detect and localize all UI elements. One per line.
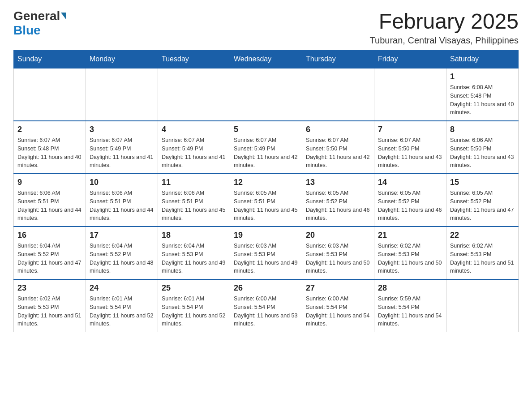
- day-number: 20: [306, 231, 370, 240]
- calendar-cell: 27Sunrise: 6:00 AMSunset: 5:54 PMDayligh…: [302, 279, 374, 332]
- day-number: 2: [17, 125, 82, 134]
- weekday-header-friday: Friday: [374, 51, 446, 68]
- calendar-week-1: 1Sunrise: 6:08 AMSunset: 5:48 PMDaylight…: [14, 68, 519, 121]
- day-info: Sunrise: 6:06 AMSunset: 5:50 PMDaylight:…: [450, 136, 515, 170]
- day-info: Sunrise: 6:03 AMSunset: 5:53 PMDaylight:…: [306, 242, 370, 275]
- day-number: 12: [234, 178, 298, 187]
- calendar-cell: 7Sunrise: 6:07 AMSunset: 5:50 PMDaylight…: [374, 121, 446, 174]
- day-info: Sunrise: 6:07 AMSunset: 5:50 PMDaylight:…: [306, 136, 370, 170]
- day-info: Sunrise: 6:02 AMSunset: 5:53 PMDaylight:…: [450, 242, 515, 275]
- weekday-header-monday: Monday: [86, 51, 158, 68]
- day-number: 11: [162, 178, 226, 187]
- day-info: Sunrise: 6:07 AMSunset: 5:48 PMDaylight:…: [17, 136, 82, 170]
- calendar-cell: 9Sunrise: 6:06 AMSunset: 5:51 PMDaylight…: [14, 174, 86, 227]
- weekday-header-saturday: Saturday: [446, 51, 519, 68]
- calendar-cell: 13Sunrise: 6:05 AMSunset: 5:52 PMDayligh…: [302, 174, 374, 227]
- day-info: Sunrise: 6:07 AMSunset: 5:49 PMDaylight:…: [162, 136, 226, 170]
- calendar-body: 1Sunrise: 6:08 AMSunset: 5:48 PMDaylight…: [14, 68, 519, 332]
- page-header: General Blue February 2025 Tuburan, Cent…: [13, 9, 519, 46]
- calendar-cell: 24Sunrise: 6:01 AMSunset: 5:54 PMDayligh…: [86, 279, 158, 332]
- day-info: Sunrise: 6:00 AMSunset: 5:54 PMDaylight:…: [306, 295, 370, 328]
- weekday-header-thursday: Thursday: [302, 51, 374, 68]
- day-info: Sunrise: 6:05 AMSunset: 5:52 PMDaylight:…: [450, 189, 515, 223]
- calendar-cell: 11Sunrise: 6:06 AMSunset: 5:51 PMDayligh…: [158, 174, 230, 227]
- day-number: 10: [90, 178, 154, 187]
- calendar-cell: 21Sunrise: 6:02 AMSunset: 5:53 PMDayligh…: [374, 227, 446, 279]
- weekday-header-sunday: Sunday: [14, 51, 86, 68]
- calendar-cell: [158, 68, 230, 121]
- day-info: Sunrise: 6:02 AMSunset: 5:53 PMDaylight:…: [378, 242, 442, 275]
- day-info: Sunrise: 6:05 AMSunset: 5:52 PMDaylight:…: [378, 189, 442, 223]
- calendar-cell: 26Sunrise: 6:00 AMSunset: 5:54 PMDayligh…: [230, 279, 302, 332]
- day-number: 27: [306, 283, 370, 293]
- day-info: Sunrise: 6:07 AMSunset: 5:49 PMDaylight:…: [234, 136, 298, 170]
- calendar-cell: 16Sunrise: 6:04 AMSunset: 5:52 PMDayligh…: [14, 227, 86, 279]
- calendar-week-4: 16Sunrise: 6:04 AMSunset: 5:52 PMDayligh…: [14, 227, 519, 279]
- day-number: 23: [17, 283, 82, 293]
- calendar-cell: 19Sunrise: 6:03 AMSunset: 5:53 PMDayligh…: [230, 227, 302, 279]
- day-number: 17: [90, 231, 154, 240]
- day-info: Sunrise: 6:06 AMSunset: 5:51 PMDaylight:…: [17, 189, 82, 223]
- calendar-cell: [86, 68, 158, 121]
- day-number: 19: [234, 231, 298, 240]
- day-number: 5: [234, 125, 298, 134]
- day-info: Sunrise: 6:05 AMSunset: 5:51 PMDaylight:…: [234, 189, 298, 223]
- day-number: 4: [162, 125, 226, 134]
- calendar-cell: 3Sunrise: 6:07 AMSunset: 5:49 PMDaylight…: [86, 121, 158, 174]
- day-number: 15: [450, 178, 515, 187]
- day-number: 14: [378, 178, 442, 187]
- logo: General Blue: [13, 9, 67, 38]
- calendar-cell: 4Sunrise: 6:07 AMSunset: 5:49 PMDaylight…: [158, 121, 230, 174]
- calendar-cell: 22Sunrise: 6:02 AMSunset: 5:53 PMDayligh…: [446, 227, 519, 279]
- logo-blue-text: Blue: [13, 23, 41, 37]
- calendar-cell: 8Sunrise: 6:06 AMSunset: 5:50 PMDaylight…: [446, 121, 519, 174]
- day-number: 6: [306, 125, 370, 134]
- day-info: Sunrise: 6:03 AMSunset: 5:53 PMDaylight:…: [234, 242, 298, 275]
- day-number: 1: [450, 72, 515, 81]
- calendar-week-5: 23Sunrise: 6:02 AMSunset: 5:53 PMDayligh…: [14, 279, 519, 332]
- title-area: February 2025 Tuburan, Central Visayas, …: [370, 9, 519, 46]
- weekday-header-tuesday: Tuesday: [158, 51, 230, 68]
- calendar-cell: [230, 68, 302, 121]
- day-info: Sunrise: 6:08 AMSunset: 5:48 PMDaylight:…: [450, 83, 515, 117]
- day-info: Sunrise: 6:01 AMSunset: 5:54 PMDaylight:…: [90, 295, 154, 328]
- day-info: Sunrise: 5:59 AMSunset: 5:54 PMDaylight:…: [378, 295, 442, 328]
- day-info: Sunrise: 6:00 AMSunset: 5:54 PMDaylight:…: [234, 295, 298, 328]
- logo-general-text: General: [13, 9, 60, 23]
- day-info: Sunrise: 6:04 AMSunset: 5:52 PMDaylight:…: [17, 242, 82, 275]
- day-info: Sunrise: 6:06 AMSunset: 5:51 PMDaylight:…: [90, 189, 154, 223]
- day-number: 13: [306, 178, 370, 187]
- calendar-cell: 6Sunrise: 6:07 AMSunset: 5:50 PMDaylight…: [302, 121, 374, 174]
- logo-arrow-icon: [61, 13, 66, 20]
- day-number: 26: [234, 283, 298, 293]
- day-info: Sunrise: 6:01 AMSunset: 5:54 PMDaylight:…: [162, 295, 226, 328]
- day-number: 18: [162, 231, 226, 240]
- day-info: Sunrise: 6:05 AMSunset: 5:52 PMDaylight:…: [306, 189, 370, 223]
- calendar-cell: 15Sunrise: 6:05 AMSunset: 5:52 PMDayligh…: [446, 174, 519, 227]
- calendar-cell: 10Sunrise: 6:06 AMSunset: 5:51 PMDayligh…: [86, 174, 158, 227]
- calendar-cell: 5Sunrise: 6:07 AMSunset: 5:49 PMDaylight…: [230, 121, 302, 174]
- weekday-header-row: SundayMondayTuesdayWednesdayThursdayFrid…: [14, 51, 519, 68]
- day-info: Sunrise: 6:04 AMSunset: 5:52 PMDaylight:…: [90, 242, 154, 275]
- calendar-cell: 12Sunrise: 6:05 AMSunset: 5:51 PMDayligh…: [230, 174, 302, 227]
- day-number: 7: [378, 125, 442, 134]
- calendar-cell: 20Sunrise: 6:03 AMSunset: 5:53 PMDayligh…: [302, 227, 374, 279]
- calendar-week-2: 2Sunrise: 6:07 AMSunset: 5:48 PMDaylight…: [14, 121, 519, 174]
- day-info: Sunrise: 6:02 AMSunset: 5:53 PMDaylight:…: [17, 295, 82, 328]
- calendar-cell: [302, 68, 374, 121]
- subtitle: Tuburan, Central Visayas, Philippines: [370, 35, 519, 46]
- calendar-cell: 14Sunrise: 6:05 AMSunset: 5:52 PMDayligh…: [374, 174, 446, 227]
- calendar-table: SundayMondayTuesdayWednesdayThursdayFrid…: [13, 50, 519, 332]
- main-title: February 2025: [370, 9, 519, 34]
- calendar-week-3: 9Sunrise: 6:06 AMSunset: 5:51 PMDaylight…: [14, 174, 519, 227]
- calendar-header: SundayMondayTuesdayWednesdayThursdayFrid…: [14, 51, 519, 68]
- day-number: 21: [378, 231, 442, 240]
- day-number: 3: [90, 125, 154, 134]
- calendar-cell: 25Sunrise: 6:01 AMSunset: 5:54 PMDayligh…: [158, 279, 230, 332]
- day-number: 8: [450, 125, 515, 134]
- calendar-cell: 2Sunrise: 6:07 AMSunset: 5:48 PMDaylight…: [14, 121, 86, 174]
- calendar-cell: 1Sunrise: 6:08 AMSunset: 5:48 PMDaylight…: [446, 68, 519, 121]
- calendar-cell: [446, 279, 519, 332]
- day-number: 24: [90, 283, 154, 293]
- weekday-header-wednesday: Wednesday: [230, 51, 302, 68]
